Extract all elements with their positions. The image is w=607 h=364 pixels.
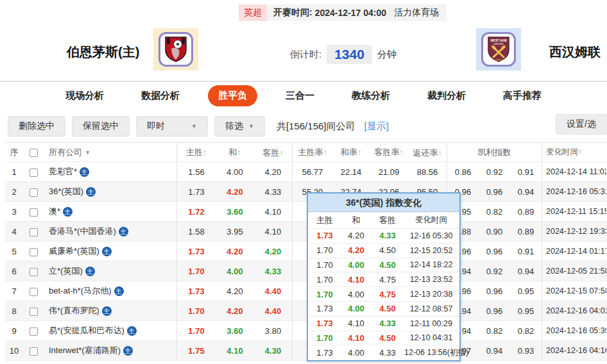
company-cell[interactable]: 香港马*(中国香港)主 xyxy=(44,222,177,241)
filter-dropdown[interactable]: 筛选 ▼ xyxy=(214,116,265,136)
company-name[interactable]: 澳* xyxy=(49,206,60,217)
col-home-rate[interactable]: 主胜率↑ xyxy=(293,147,332,158)
row-seq: 5 xyxy=(5,247,23,256)
col-home-odds[interactable]: 主胜↑ xyxy=(177,147,216,158)
popup-history-row: 1.704.104.5012-10 04:31 xyxy=(308,331,459,346)
company-name[interactable]: 易*(安提瓜和巴布达) xyxy=(49,325,124,336)
popup-history-row: 1.734.204.3312-16 05:30 xyxy=(308,229,459,244)
host-marker-icon: 主 xyxy=(127,326,137,336)
popup-history-row: 1.704.004.5012-14 18:22 xyxy=(308,258,459,273)
col-company[interactable]: 所有公司 ▼ xyxy=(44,143,177,161)
kelly-away: 0.93 xyxy=(510,341,542,360)
company-cell[interactable]: 伟*(直布罗陀)主 xyxy=(44,301,177,320)
change-time: 2024-12-16 04:02 xyxy=(542,306,606,315)
row-seq: 1 xyxy=(5,167,23,177)
kelly-draw: 0.92 xyxy=(479,167,510,177)
popup-home-odds: 1.73 xyxy=(308,318,341,328)
checkbox-icon[interactable] xyxy=(30,248,38,256)
away-odds: 4.33 xyxy=(254,261,293,281)
tab-教练分析[interactable]: 教练分析 xyxy=(343,85,399,106)
checkbox-icon[interactable] xyxy=(30,169,38,177)
popup-body: 1.734.204.3312-16 05:301.704.204.5012-15… xyxy=(308,229,459,360)
countdown-unit: 分钟 xyxy=(377,49,397,61)
kelly-draw: 0.92 xyxy=(479,267,510,276)
col-change-time-label: 变化时间 xyxy=(546,147,578,156)
row-checkbox-cell xyxy=(23,306,44,315)
home-odds: 1.58 xyxy=(177,227,216,236)
checkbox-icon[interactable] xyxy=(30,327,38,336)
match-header: 英超 开赛时间: 2024-12-17 04:00 活力体育场 伯恩茅斯(主) … xyxy=(0,0,607,81)
checkbox-icon[interactable] xyxy=(30,228,38,236)
company-name[interactable]: Interwet*(塞浦路斯) xyxy=(49,345,121,356)
settings-button[interactable]: 设置/选 xyxy=(556,114,607,135)
company-cell[interactable]: 竞彩官*主 xyxy=(44,162,177,181)
row-checkbox-cell xyxy=(23,326,44,335)
checkbox-icon[interactable] xyxy=(30,149,38,157)
away-odds: 4.40 xyxy=(254,301,293,320)
company-name[interactable]: 竞彩官* xyxy=(49,166,77,178)
table-row: 10Interwet*(塞浦路斯)主1.754.104.300.970.940.… xyxy=(5,341,607,361)
popup-home-odds: 1.70 xyxy=(308,290,341,299)
select-all-checkbox[interactable] xyxy=(23,147,44,157)
checkbox-icon[interactable] xyxy=(30,308,38,316)
popup-home-odds: 1.70 xyxy=(308,333,341,343)
kelly-away: 0.95 xyxy=(510,301,542,320)
row-seq: 9 xyxy=(5,326,23,336)
row-checkbox-cell xyxy=(23,167,44,176)
company-name[interactable]: 立*(英国) xyxy=(49,265,83,277)
sort-up-icon: ↑ xyxy=(203,148,207,157)
col-draw-rate[interactable]: 和率↑ xyxy=(332,147,370,158)
instant-odds-select[interactable]: 即时 ▼ xyxy=(136,116,208,136)
host-marker-icon: 主 xyxy=(123,346,133,356)
checkbox-icon[interactable] xyxy=(30,188,38,197)
tab-现场分析[interactable]: 现场分析 xyxy=(56,85,113,106)
col-return-rate[interactable]: 返还率↑ xyxy=(408,143,447,161)
col-kelly: 凯利指数 xyxy=(447,143,542,161)
popup-history-row: 1.704.004.7512-13 20:38 xyxy=(308,287,459,302)
row-seq: 3 xyxy=(5,207,23,217)
tab-胜平负[interactable]: 胜平负 xyxy=(208,85,257,106)
table-row: 1竞彩官*主1.564.004.2056.7722.1421.0988.560.… xyxy=(5,162,607,182)
company-cell[interactable]: 36*(英国)主 xyxy=(44,182,177,201)
row-checkbox-cell xyxy=(23,246,44,256)
away-odds: 3.80 xyxy=(254,321,293,340)
popup-draw-odds: 4.00 xyxy=(341,290,371,299)
away-odds: 4.33 xyxy=(254,182,293,201)
away-odds: 4.10 xyxy=(254,202,293,221)
company-name[interactable]: 威廉希*(英国) xyxy=(49,245,99,257)
tab-裁判分析[interactable]: 裁判分析 xyxy=(418,85,475,106)
company-cell[interactable]: 澳*主 xyxy=(44,202,177,221)
company-name[interactable]: 伟*(直布罗陀) xyxy=(49,305,99,317)
col-change-time[interactable]: 变化时间↑ xyxy=(542,147,606,158)
company-cell[interactable]: 威廉希*(英国)主 xyxy=(44,242,177,261)
checkbox-icon[interactable] xyxy=(30,208,38,217)
delete-selected-button[interactable]: 删除选中 xyxy=(8,116,65,136)
checkbox-icon[interactable] xyxy=(30,288,38,296)
company-cell[interactable]: bet-at-h*(马尔他)主 xyxy=(44,281,177,301)
keep-selected-button[interactable]: 保留选中 xyxy=(72,116,130,136)
company-cell[interactable]: Interwet*(塞浦路斯)主 xyxy=(44,341,177,360)
tab-数据分析[interactable]: 数据分析 xyxy=(132,85,189,106)
home-team-name: 伯恩茅斯(主) xyxy=(67,44,139,61)
company-name[interactable]: 香港马*(中国香港) xyxy=(49,226,116,237)
draw-odds: 3.60 xyxy=(216,326,254,336)
col-away-odds[interactable]: 客胜↑ xyxy=(254,143,293,161)
kelly-away: 0.91 xyxy=(510,162,542,181)
col-draw-odds[interactable]: 和↑ xyxy=(216,147,254,158)
company-cell[interactable]: 易*(安提瓜和巴布达)主 xyxy=(44,321,177,340)
change-time: 2024-12-16 05:39 xyxy=(542,326,606,335)
company-name[interactable]: bet-at-h*(马尔他) xyxy=(49,285,112,297)
tab-高手推荐[interactable]: 高手推荐 xyxy=(494,85,551,106)
company-name[interactable]: 36*(英国) xyxy=(49,186,83,197)
company-cell[interactable]: 立*(英国)主 xyxy=(44,261,177,281)
popup-change-time: 12-06 13:56(初指) xyxy=(404,347,458,358)
tab-三合一[interactable]: 三合一 xyxy=(277,85,323,106)
col-away-rate[interactable]: 客胜率↑ xyxy=(370,147,408,158)
checkbox-icon[interactable] xyxy=(30,268,38,276)
show-link[interactable]: [显示] xyxy=(364,120,388,133)
kelly-draw: 0.96 xyxy=(479,306,510,316)
sort-up-icon: ↑ xyxy=(237,148,241,157)
countdown-label: 倒计时: xyxy=(290,49,321,61)
popup-draw-odds: 4.00 xyxy=(341,304,371,313)
checkbox-icon[interactable] xyxy=(30,347,38,356)
